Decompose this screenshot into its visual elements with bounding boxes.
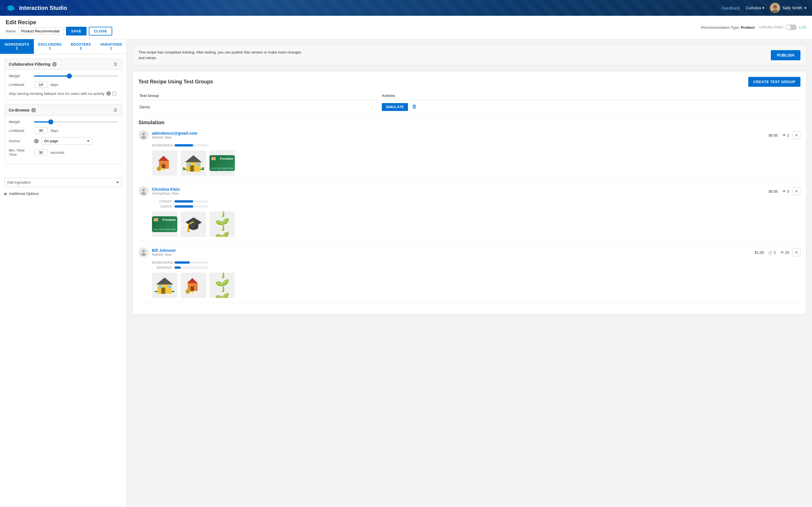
svg-rect-38 bbox=[191, 286, 194, 291]
user-info-2: Christina Klein Anonymous, New bbox=[152, 187, 765, 195]
svg-marker-17 bbox=[185, 155, 202, 162]
cb-lookback-input[interactable] bbox=[34, 127, 48, 134]
feedback-link[interactable]: Feedback bbox=[721, 6, 740, 10]
cb-anchor-info-icon[interactable]: i bbox=[34, 139, 39, 144]
sim-user-row-2: Christina Klein Anonymous, New $0.00 👁 3… bbox=[139, 186, 801, 196]
user-bars-2: CREDIT CARDS bbox=[139, 200, 801, 208]
plants-icon-1: 🌱🌱🌱 bbox=[209, 212, 235, 237]
col-test-group: Test Group bbox=[139, 91, 380, 100]
cf-skip-checkbox[interactable] bbox=[112, 92, 116, 96]
category-row-borrowing-1: BORROWING bbox=[152, 144, 801, 147]
user-name-3[interactable]: Bill Johnson bbox=[152, 248, 751, 252]
rec-type-label: Recommendation Type: Product bbox=[701, 25, 755, 30]
test-recipe-title: Test Recipe Using Test Groups bbox=[139, 79, 213, 85]
svg-point-27 bbox=[142, 250, 145, 252]
user-amount-3: $1.00 bbox=[755, 250, 764, 255]
user-name-1[interactable]: adendemo1@gmail.com bbox=[152, 131, 765, 135]
svg-marker-30 bbox=[156, 277, 173, 284]
user-menu[interactable]: Sally Smith ▾ bbox=[770, 3, 806, 13]
user-close-2[interactable]: ✕ bbox=[793, 187, 801, 195]
additional-options-section: ▶ Additional Options bbox=[4, 191, 122, 196]
bar-fill-1 bbox=[174, 144, 193, 147]
unpublished-label: UNPUBLISHED bbox=[759, 25, 783, 29]
card-number-2: 1111 2222 3333 4444 bbox=[154, 228, 175, 230]
tab-variations[interactable]: VARIATIONS 1 bbox=[96, 39, 126, 54]
tab-boosters[interactable]: BOOSTERS 2 bbox=[66, 39, 96, 54]
publish-toggle-row: UNPUBLISHED LIVE bbox=[759, 24, 806, 30]
card-number-1: 1111 2222 3333 4444 bbox=[211, 167, 233, 169]
svg-rect-13 bbox=[161, 168, 165, 169]
user-views-3: 👁 20 bbox=[780, 250, 789, 255]
bar-track-1 bbox=[174, 144, 208, 147]
table-row: Demo SIMULATE 🗑 bbox=[139, 100, 801, 114]
cf-slider-thumb[interactable] bbox=[67, 73, 72, 78]
cf-weight-slider[interactable] bbox=[34, 75, 118, 76]
cb-anchor-select[interactable]: On page Last viewed Last purchased bbox=[42, 137, 92, 145]
header-right: Recommendation Type: Product UNPUBLISHED… bbox=[701, 24, 806, 30]
cb-weight-slider[interactable] bbox=[34, 121, 118, 122]
cb-anchor-row: Anchor i On page Last viewed Last purcha… bbox=[9, 137, 118, 145]
test-group-delete-icon[interactable]: 🗑 bbox=[412, 104, 417, 109]
svg-point-12 bbox=[157, 166, 161, 171]
eye-icon-3: 👁 bbox=[780, 250, 784, 255]
cf-weight-label: Weight bbox=[9, 74, 31, 78]
cb-lookback-row: Lookback days bbox=[9, 127, 118, 134]
col-actions: Actions bbox=[380, 91, 801, 100]
cb-delete-icon[interactable]: 🗑 bbox=[113, 108, 118, 113]
top-navigation: Interaction Studio Feedback Cumulus ▾ Sa… bbox=[0, 0, 812, 16]
user-name-2[interactable]: Christina Klein bbox=[152, 187, 765, 191]
user-close-1[interactable]: ✕ bbox=[793, 131, 801, 139]
bar-fill-credit bbox=[174, 200, 193, 203]
cf-lookback-row: Lookback days bbox=[9, 81, 118, 88]
svg-rect-40 bbox=[190, 291, 193, 292]
close-button[interactable]: CLOSE bbox=[89, 27, 112, 36]
publish-button[interactable]: PUBLISH bbox=[771, 50, 801, 60]
cf-body: Weight Lookback days Skip serving trendi… bbox=[5, 70, 122, 100]
cb-slider-thumb[interactable] bbox=[48, 119, 53, 124]
cf-skip-info-icon[interactable]: i bbox=[106, 91, 111, 96]
user-views-1: 👁 2 bbox=[782, 133, 789, 137]
create-test-group-button[interactable]: CREATE TEST GROUP bbox=[748, 77, 801, 87]
add-ingredient-select[interactable]: Add ingredient bbox=[4, 178, 122, 187]
cb-anchor-label: Anchor bbox=[9, 139, 31, 143]
svg-rect-35 bbox=[172, 291, 174, 292]
user-views-2: 👁 3 bbox=[782, 189, 789, 193]
user-sub-2: Anonymous, New bbox=[152, 191, 765, 195]
cb-info-icon[interactable]: i bbox=[31, 108, 36, 112]
tab-exclusions[interactable]: EXCLUSIONS 1 bbox=[34, 39, 66, 54]
cf-delete-icon[interactable]: 🗑 bbox=[113, 62, 118, 67]
cf-lookback-input[interactable] bbox=[34, 81, 48, 88]
name-label: Name: bbox=[6, 29, 16, 33]
additional-options-toggle[interactable]: ▶ Additional Options bbox=[4, 191, 122, 196]
avatar bbox=[770, 3, 780, 13]
save-button[interactable]: SAVE bbox=[66, 27, 86, 36]
user-meta-3: $1.00 🛒 2 👁 20 bbox=[755, 250, 789, 255]
svg-rect-11 bbox=[162, 164, 165, 169]
recipe-name-input[interactable] bbox=[18, 27, 64, 35]
cb-minview-input[interactable] bbox=[34, 149, 48, 156]
cumulus-dropdown[interactable]: Cumulus ▾ bbox=[746, 6, 764, 10]
product-house-key-2 bbox=[181, 273, 206, 298]
user-products-3: 🌱🌱🌱 bbox=[139, 273, 801, 298]
cb-header: Co-Browse i 🗑 bbox=[5, 105, 122, 116]
simulate-button[interactable]: SIMULATE bbox=[382, 103, 408, 111]
svg-rect-41 bbox=[192, 292, 193, 293]
salesforce-logo bbox=[6, 3, 16, 13]
cumulus-chevron-icon: ▾ bbox=[762, 6, 764, 10]
sim-user-row-1: adendemo1@gmail.com Named, New $0.00 👁 2… bbox=[139, 130, 801, 140]
cf-header: Collaborative Filtering i 🗑 bbox=[5, 59, 122, 70]
cf-info-icon[interactable]: i bbox=[52, 62, 57, 66]
card-chip-2-icon bbox=[154, 218, 158, 221]
simulation-title: Simulation bbox=[139, 120, 801, 126]
publish-toggle[interactable] bbox=[785, 24, 797, 30]
tab-ingredients[interactable]: INGREDIENTS 2 bbox=[0, 39, 34, 54]
svg-rect-24 bbox=[202, 167, 204, 170]
product-house-key bbox=[152, 151, 177, 176]
user-cart-3: 🛒 2 bbox=[768, 250, 776, 255]
test-recipe-box: Test Recipe Using Test Groups CREATE TES… bbox=[133, 71, 806, 314]
cb-lookback-label: Lookback bbox=[9, 128, 31, 133]
user-close-3[interactable]: ✕ bbox=[793, 248, 801, 256]
svg-rect-32 bbox=[158, 285, 162, 288]
product-house bbox=[181, 151, 206, 176]
user-chevron-icon: ▾ bbox=[804, 6, 806, 10]
